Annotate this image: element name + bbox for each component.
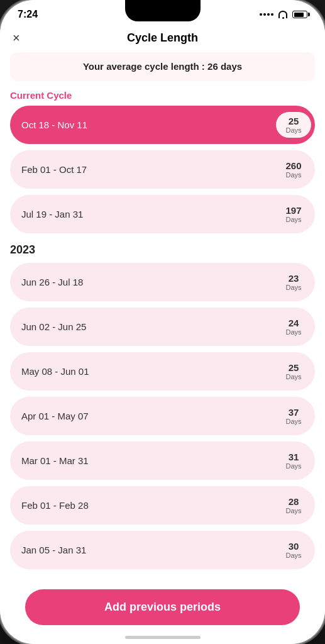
home-indicator xyxy=(125,636,201,639)
cycle-date: Jul 19 - Jan 31 xyxy=(21,209,83,219)
cycle-days-badge: 25 Days xyxy=(276,112,311,138)
cycle-date: Jun 02 - Jun 25 xyxy=(21,321,86,332)
page-title: Cycle Length xyxy=(127,31,198,45)
bottom-button-container: Add previous periods xyxy=(0,589,325,625)
cycle-days-badge: 28 Days xyxy=(276,492,311,518)
list-item[interactable]: May 08 - Jun 01 25 Days xyxy=(10,352,315,391)
days-label: Days xyxy=(285,171,302,179)
cycle-days-badge: 23 Days xyxy=(276,269,311,295)
days-number: 37 xyxy=(285,407,302,418)
list-item[interactable]: Mar 01 - Mar 31 31 Days xyxy=(10,441,315,480)
phone-screen: 7:24 × Cycle Length Your average cycle l… xyxy=(0,0,325,644)
days-number: 25 xyxy=(285,362,302,373)
page-header: × Cycle Length xyxy=(0,24,325,52)
days-number: 31 xyxy=(285,452,302,462)
list-item[interactable]: Jan 05 - Jan 31 30 Days xyxy=(10,531,315,569)
days-label: Days xyxy=(285,418,302,425)
days-label: Days xyxy=(285,216,302,223)
average-banner: Your average cycle length : 26 days xyxy=(10,52,315,81)
cycle-date: Jun 26 - Jul 18 xyxy=(21,277,83,287)
cycle-date: Jan 05 - Jan 31 xyxy=(21,545,86,555)
cycle-days-badge: 24 Days xyxy=(276,314,311,340)
cycle-days-badge: 25 Days xyxy=(276,358,311,384)
cycle-date: Feb 01 - Oct 17 xyxy=(21,164,87,175)
days-number: 30 xyxy=(285,541,302,552)
cycle-date: Apr 01 - May 07 xyxy=(21,411,89,421)
cycle-date: May 08 - Jun 01 xyxy=(21,366,89,377)
cycle-days-badge: 197 Days xyxy=(276,201,311,227)
days-number: 28 xyxy=(285,496,302,507)
signal-icon xyxy=(260,13,273,16)
list-item[interactable]: Feb 01 - Oct 17 260 Days xyxy=(10,150,315,189)
cycle-days-badge: 30 Days xyxy=(276,537,311,563)
cycle-days-badge: 260 Days xyxy=(276,157,311,182)
cycle-date: Mar 01 - Mar 31 xyxy=(21,455,89,466)
days-label: Days xyxy=(285,552,302,559)
days-label: Days xyxy=(285,507,302,514)
days-label: Days xyxy=(285,462,302,470)
days-number: 24 xyxy=(285,318,302,328)
days-label: Days xyxy=(285,284,302,291)
scroll-content: Current Cycle Oct 18 - Nov 11 25 Days Fe… xyxy=(0,87,325,644)
add-previous-periods-button[interactable]: Add previous periods xyxy=(25,589,300,625)
days-label: Days xyxy=(285,373,302,380)
average-text: Your average cycle length : 26 days xyxy=(83,61,242,72)
days-number: 197 xyxy=(285,205,302,216)
list-item[interactable]: Oct 18 - Nov 11 25 Days xyxy=(10,106,315,144)
status-time: 7:24 xyxy=(18,9,38,20)
list-item[interactable]: Feb 01 - Feb 28 28 Days xyxy=(10,486,315,525)
notch xyxy=(125,0,201,21)
cycle-date: Feb 01 - Feb 28 xyxy=(21,500,89,511)
days-label: Days xyxy=(285,126,302,134)
list-item[interactable]: Jul 19 - Jan 31 197 Days xyxy=(10,195,315,233)
cycle-days-badge: 37 Days xyxy=(276,403,311,429)
days-number: 25 xyxy=(285,116,302,126)
list-item[interactable]: Jun 02 - Jun 25 24 Days xyxy=(10,308,315,346)
status-icons xyxy=(260,11,307,19)
wifi-icon xyxy=(277,11,289,19)
current-cycle-label: Current Cycle xyxy=(10,90,315,101)
close-button[interactable]: × xyxy=(13,31,20,45)
year-label: 2023 xyxy=(10,243,315,257)
list-item[interactable]: Apr 01 - May 07 37 Days xyxy=(10,397,315,435)
days-label: Days xyxy=(285,328,302,336)
cycle-date: Oct 18 - Nov 11 xyxy=(21,119,87,130)
phone-shell: 7:24 × Cycle Length Your average cycle l… xyxy=(0,0,325,644)
battery-icon xyxy=(292,11,307,18)
days-number: 260 xyxy=(285,160,302,171)
days-number: 23 xyxy=(285,273,302,284)
list-item[interactable]: Jun 26 - Jul 18 23 Days xyxy=(10,263,315,301)
cycle-days-badge: 31 Days xyxy=(276,448,311,474)
